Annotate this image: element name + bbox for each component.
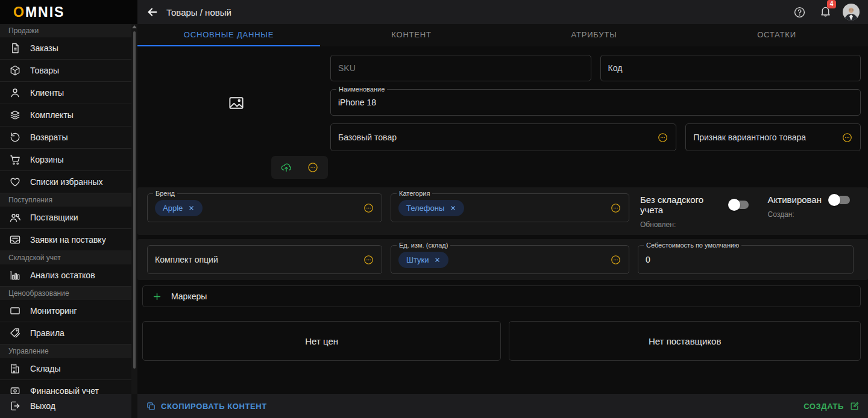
sidebar-item-supply-requests[interactable]: Заявки на поставку: [0, 229, 131, 251]
name-field-wrap: Наименование: [330, 89, 861, 116]
category-field[interactable]: Категория Телефоны: [391, 193, 629, 222]
warehouse-icon: [9, 363, 21, 375]
variant-flag-select[interactable]: Признак вариантного товара: [685, 123, 861, 151]
variant-flag-more-icon[interactable]: [841, 132, 853, 143]
sidebar-item-label: Комплекты: [30, 110, 74, 120]
brand-field[interactable]: Бренд Apple: [147, 193, 382, 222]
sidebar-item-label: Заказы: [30, 43, 58, 53]
code-field-wrap: [600, 55, 861, 81]
name-input[interactable]: [338, 98, 853, 107]
image-more-options-icon[interactable]: [307, 161, 319, 173]
notification-badge: 4: [827, 0, 836, 8]
sidebar-item-carts[interactable]: Корзины: [0, 149, 131, 171]
sidebar-section-management: Управление: [0, 345, 131, 358]
sidebar-section-receipts: Поступления: [0, 193, 131, 207]
chip-remove-icon[interactable]: [450, 205, 456, 211]
options-kit-more-icon[interactable]: [363, 254, 374, 266]
sidebar-item-label: Товары: [30, 66, 59, 75]
copy-content-label: СКОПИРОВАТЬ КОНТЕНТ: [161, 402, 267, 411]
no-stock-accounting-label: Без складского учета: [640, 195, 722, 215]
activated-label: Активирован: [768, 195, 822, 205]
sidebar-item-returns[interactable]: Возвраты: [0, 126, 131, 149]
cost-field-label: Себестоимость по умолчанию: [644, 241, 741, 249]
scrollbar-thumb[interactable]: [133, 31, 136, 369]
sidebar-scrollbar[interactable]: [131, 24, 137, 394]
sidebar-item-label: Анализ остатков: [30, 270, 95, 280]
scrollbar-up-arrow[interactable]: [132, 25, 137, 28]
heart-icon: [9, 176, 21, 188]
bar-chart-icon: [9, 269, 21, 281]
create-button[interactable]: СОЗДАТЬ: [804, 401, 860, 411]
omnis-logo[interactable]: OMNIS: [13, 4, 64, 20]
suppliers-icon: [9, 211, 21, 223]
sidebar-item-products[interactable]: Товары: [0, 60, 131, 82]
tab-stock[interactable]: ОСТАТКИ: [685, 24, 868, 46]
image-actions: [271, 156, 328, 179]
sidebar-section-pricing: Ценообразование: [0, 287, 131, 300]
sidebar-item-orders[interactable]: Заказы: [0, 37, 131, 60]
tab-content[interactable]: КОНТЕНТ: [320, 24, 503, 46]
sidebar-item-stock-analysis[interactable]: Анализ остатков: [0, 264, 131, 287]
tab-bar: ОСНОВНЫЕ ДАННЫЕ КОНТЕНТ АТРИБУТЫ ОСТАТКИ: [137, 24, 868, 46]
base-product-label: Базовый товар: [338, 133, 397, 142]
unit-chip[interactable]: Штуки: [398, 252, 448, 268]
avatar[interactable]: [843, 4, 860, 20]
sidebar-item-label: Корзины: [30, 155, 64, 164]
name-field-label: Наименование: [336, 85, 387, 93]
sidebar-item-monitoring[interactable]: Мониторинг: [0, 300, 131, 322]
sidebar-item-financial-accounting[interactable]: Финансовый учет: [0, 380, 131, 394]
brand-more-icon[interactable]: [363, 202, 374, 214]
sidebar-item-label: Поставщики: [30, 213, 78, 222]
cost-field-wrap: Себестоимость по умолчанию: [638, 245, 854, 274]
sidebar-item-label: Склады: [30, 364, 61, 373]
no-suppliers-box: Нет поставщиков: [509, 321, 861, 361]
notifications-button[interactable]: 4: [819, 5, 832, 20]
unit-more-icon[interactable]: [610, 254, 621, 266]
sidebar-item-suppliers[interactable]: Поставщики: [0, 207, 131, 229]
sidebar-item-label: Списки избранных: [30, 177, 103, 187]
image-dropzone[interactable]: [142, 50, 330, 156]
tab-attributes[interactable]: АТРИБУТЫ: [503, 24, 685, 46]
sidebar-item-clients[interactable]: Клиенты: [0, 82, 131, 104]
chip-remove-icon[interactable]: [188, 205, 195, 211]
options-kit-select[interactable]: Комплект опций: [147, 245, 382, 274]
sidebar-item-logout[interactable]: Выход: [0, 394, 131, 418]
brand-field-label: Бренд: [153, 189, 177, 198]
unit-field[interactable]: Ед. изм. (склад) Штуки: [391, 245, 629, 274]
create-edit-icon: [849, 401, 860, 411]
person-icon: [9, 87, 21, 99]
brand-chip[interactable]: Apple: [155, 200, 203, 216]
add-markers-button[interactable]: Маркеры: [142, 285, 861, 307]
updated-at-label: Обновлен:: [640, 220, 752, 229]
category-chip[interactable]: Телефоны: [398, 200, 464, 216]
document-icon: [9, 42, 21, 54]
sidebar-item-kits[interactable]: Комплекты: [0, 104, 131, 126]
cost-input[interactable]: [646, 255, 846, 264]
image-placeholder-icon: [227, 94, 245, 112]
return-icon: [9, 131, 21, 143]
logout-label: Выход: [30, 401, 55, 411]
upload-cloud-icon[interactable]: [280, 161, 292, 173]
back-arrow-icon[interactable]: [146, 5, 159, 19]
monitor-icon: [9, 305, 21, 317]
options-unit-cost-row: Комплект опций Ед. изм. (склад) Штуки Се…: [137, 239, 868, 280]
code-input[interactable]: [608, 63, 854, 73]
no-stock-accounting-toggle[interactable]: [730, 201, 748, 209]
activated-toggle[interactable]: [830, 196, 850, 204]
sidebar-item-warehouses[interactable]: Склады: [0, 358, 131, 380]
sku-input[interactable]: [338, 63, 583, 73]
tag-icon: [9, 327, 21, 339]
sidebar-item-wishlists[interactable]: Списки избранных: [0, 171, 131, 193]
copy-content-button[interactable]: СКОПИРОВАТЬ КОНТЕНТ: [146, 401, 267, 411]
sku-field-wrap: [330, 55, 591, 81]
base-product-more-icon[interactable]: [657, 132, 668, 143]
chip-remove-icon[interactable]: [434, 257, 441, 263]
sidebar-item-rules[interactable]: Правила: [0, 322, 131, 345]
sidebar-item-label: Клиенты: [30, 88, 64, 98]
help-icon[interactable]: [793, 6, 806, 19]
options-kit-label: Комплект опций: [155, 255, 218, 264]
sidebar-item-label: Мониторинг: [30, 306, 77, 316]
category-more-icon[interactable]: [610, 202, 621, 214]
tab-main-data[interactable]: ОСНОВНЫЕ ДАННЫЕ: [137, 24, 320, 46]
base-product-select[interactable]: Базовый товар: [330, 123, 676, 151]
